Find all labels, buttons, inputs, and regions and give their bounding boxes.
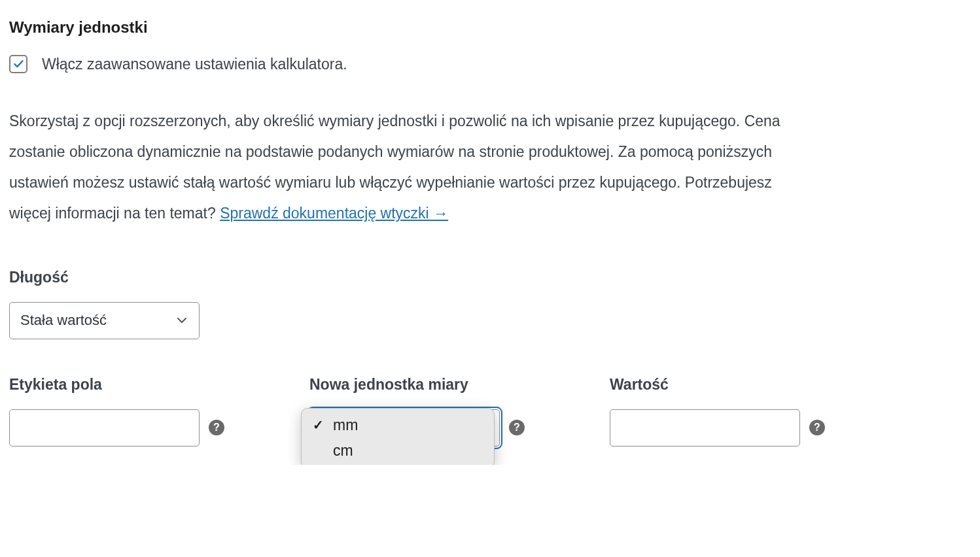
chevron-down-icon [175, 314, 188, 327]
enable-advanced-label: Włącz zaawansowane ustawienia kalkulator… [42, 56, 347, 73]
length-mode-select[interactable]: Stała wartość [9, 302, 200, 339]
unit-option-label: cm [333, 442, 353, 460]
unit-dropdown: ✓ mm cm [301, 408, 495, 465]
unit-option-label: mm [333, 416, 358, 434]
field-label-title: Etykieta pola [9, 376, 224, 394]
length-mode-select-wrapper: Stała wartość [9, 302, 200, 339]
value-field-group: Wartość ? [610, 376, 825, 447]
section-heading: Wymiary jednostki [9, 18, 971, 37]
help-icon[interactable]: ? [509, 420, 525, 435]
field-label-input[interactable] [9, 409, 200, 447]
value-field-title: Wartość [610, 376, 825, 394]
unit-field-title: Nowa jednostka miary [309, 376, 525, 394]
unit-option-cm[interactable]: cm [302, 438, 494, 464]
field-label-group: Etykieta pola ? [9, 376, 224, 447]
help-icon[interactable]: ? [809, 420, 825, 435]
unit-option-mm[interactable]: ✓ mm [302, 413, 494, 438]
value-field-input[interactable] [610, 409, 800, 447]
length-heading: Długość [9, 269, 971, 286]
check-icon [13, 59, 24, 69]
unit-field-group: Nowa jednostka miary ? ✓ mm cm [309, 376, 525, 447]
enable-advanced-row: Włącz zaawansowane ustawienia kalkulator… [9, 55, 971, 73]
help-icon[interactable]: ? [209, 420, 224, 435]
enable-advanced-checkbox[interactable] [9, 55, 27, 73]
length-mode-value: Stała wartość [20, 312, 107, 329]
docs-link[interactable]: Sprawdź dokumentację wtyczki → [220, 205, 448, 222]
selected-check-icon: ✓ [311, 417, 325, 433]
description-text: Skorzystaj z opcji rozszerzonych, aby ok… [9, 106, 794, 229]
length-fields-row: Etykieta pola ? Nowa jednostka miary ? ✓… [9, 376, 971, 447]
